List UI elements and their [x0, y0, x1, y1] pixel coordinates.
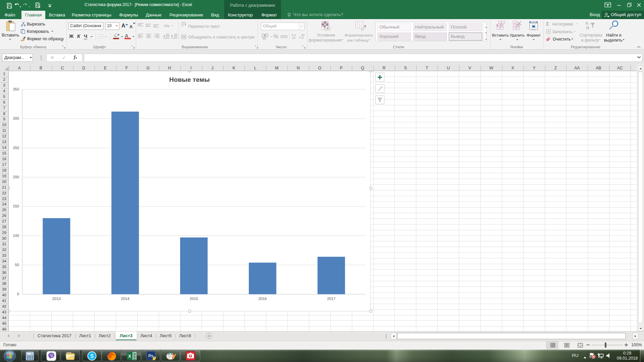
svg-text:Ps: Ps: [148, 354, 153, 358]
svg-text:ab: ab: [164, 23, 168, 27]
svg-text:А: А: [585, 21, 589, 26]
svg-text:S: S: [90, 353, 94, 359]
svg-text:0: 0: [31, 353, 32, 355]
svg-text:,00: ,00: [291, 36, 296, 40]
svg-text:≠: ≠: [327, 26, 329, 30]
svg-text:Я: Я: [586, 25, 589, 31]
svg-text:X: X: [128, 354, 131, 359]
